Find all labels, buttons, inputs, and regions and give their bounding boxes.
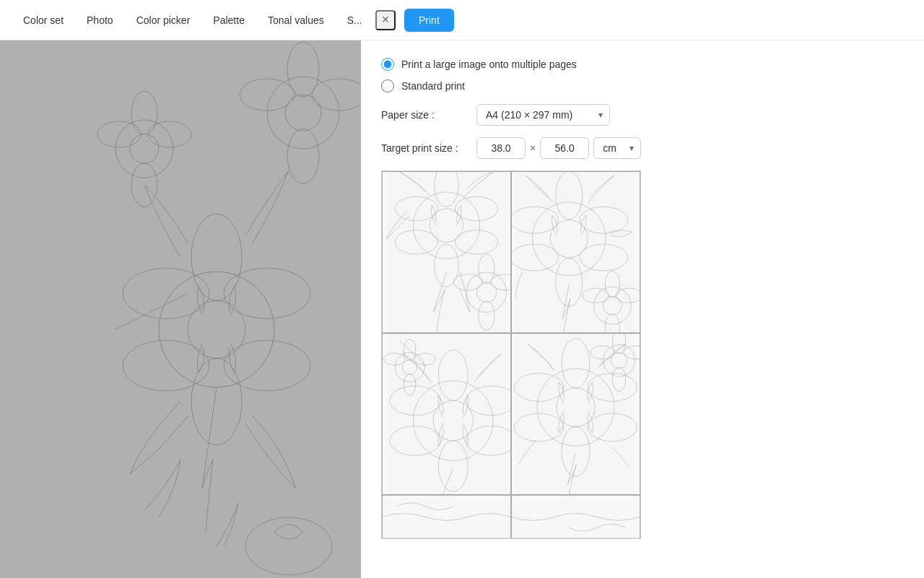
nav-tonal-values[interactable]: Tonal values: [256, 9, 336, 32]
preview-sketch-strip-right: [512, 496, 640, 538]
preview-sketch-bottom-left: [383, 334, 510, 494]
dialog-body: Print a large image onto multiple pages …: [361, 40, 924, 578]
svg-point-9: [130, 134, 159, 163]
target-print-size-label: Target print size :: [381, 142, 468, 154]
print-dialog-overlay: × Print Print a large image onto multipl…: [361, 0, 924, 578]
preview-cell-strip-right: [511, 495, 640, 538]
width-input[interactable]: [476, 137, 526, 159]
nav-palette[interactable]: Palette: [201, 9, 256, 32]
preview-sketch-top-left: [383, 172, 510, 332]
preview-cell-bottom-right: [511, 333, 640, 495]
preview-sketch-bottom-right: [512, 334, 640, 494]
size-inputs-group: × cm mm in ▾: [476, 137, 641, 159]
dialog-header: × Print: [361, 0, 924, 40]
target-print-size-row: Target print size : × cm mm in ▾: [381, 137, 904, 159]
close-button[interactable]: ×: [375, 10, 396, 30]
paper-size-row: Paper size : A4 (210 × 297 mm) A3 (297 ×…: [381, 104, 904, 126]
svg-point-8: [116, 120, 173, 178]
preview-sketch-top-right: [512, 172, 640, 332]
svg-point-15: [285, 95, 321, 131]
paper-size-select-wrapper: A4 (210 × 297 mm) A3 (297 × 420 mm) Lett…: [476, 104, 610, 126]
svg-point-1: [188, 301, 245, 358]
unit-select[interactable]: cm mm in: [593, 137, 641, 159]
print-button[interactable]: Print: [404, 9, 454, 32]
preview-cell-top-left: [382, 171, 511, 333]
svg-point-16: [287, 42, 319, 97]
print-dialog: × Print Print a large image onto multipl…: [361, 0, 924, 578]
multi-page-option[interactable]: Print a large image onto multiple pages: [381, 58, 904, 71]
svg-rect-82: [512, 496, 640, 538]
svg-rect-36: [515, 172, 636, 332]
standard-radio[interactable]: [381, 79, 394, 92]
svg-point-10: [131, 91, 157, 134]
nav-color-set[interactable]: Color set: [12, 9, 75, 32]
svg-point-20: [245, 517, 332, 575]
preview-cell-strip-left: [382, 495, 511, 538]
print-options: Print a large image onto multiple pages …: [381, 58, 904, 92]
unit-select-wrapper: cm mm in ▾: [593, 137, 641, 159]
size-separator: ×: [530, 142, 536, 154]
svg-point-17: [287, 129, 319, 184]
svg-rect-81: [383, 496, 510, 538]
standard-print-label: Standard print: [401, 80, 465, 92]
height-input[interactable]: [540, 137, 589, 159]
svg-point-3: [191, 358, 242, 445]
preview-cell-bottom-left: [382, 333, 511, 495]
paper-size-select[interactable]: A4 (210 × 297 mm) A3 (297 × 420 mm) Lett…: [476, 104, 610, 126]
sketch-background: [72, 40, 361, 578]
multi-page-radio[interactable]: [381, 58, 394, 71]
print-preview: [381, 171, 641, 539]
svg-point-2: [191, 214, 242, 301]
multi-page-label: Print a large image onto multiple pages: [401, 59, 577, 70]
svg-rect-66: [515, 334, 636, 494]
svg-point-19: [312, 79, 361, 111]
standard-print-option[interactable]: Standard print: [381, 79, 904, 92]
preview-sketch-strip-left: [383, 496, 510, 538]
nav-color-picker[interactable]: Color picker: [125, 9, 202, 32]
nav-photo[interactable]: Photo: [75, 9, 125, 32]
svg-point-18: [240, 79, 295, 111]
paper-size-label: Paper size :: [381, 109, 468, 121]
svg-point-14: [267, 77, 339, 149]
preview-cell-top-right: [511, 171, 640, 333]
svg-point-0: [159, 272, 274, 387]
